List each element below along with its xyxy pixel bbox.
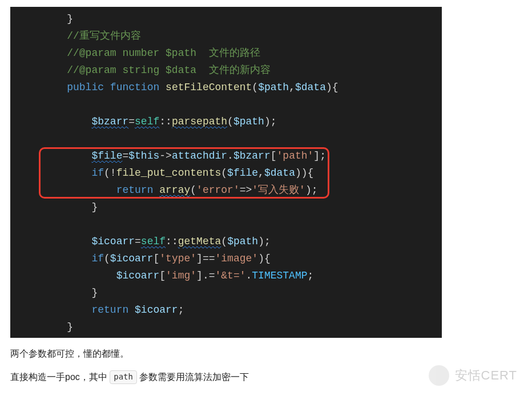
var-path: $path	[233, 116, 264, 127]
code-editor-panel: } //重写文件内容 //@param number $path 文件的路径 /…	[10, 7, 442, 338]
kw-public: public	[67, 82, 104, 93]
code-line: }	[42, 13, 73, 25]
fn-parsepath: parsepath	[172, 116, 227, 127]
var-icoarr: $icoarr	[110, 253, 154, 264]
p2-text-b: 参数需要用流算法加密一下	[137, 372, 249, 382]
code-comment: //@param number $path 文件的路径	[42, 47, 260, 59]
fn-fpc: file_put_contents	[116, 167, 221, 179]
highlight-box: $file=$this->attachdir.$bzarr['path']; i…	[42, 147, 326, 199]
str-type: 'type'	[159, 253, 196, 264]
kw-return: return	[116, 184, 154, 196]
code-comment: //@param string $data 文件的新内容	[42, 64, 271, 76]
var-icoarr: $icoarr	[116, 270, 160, 281]
var-bzarr: $bzarr	[233, 150, 271, 161]
inline-code-path: path	[110, 370, 137, 384]
kw-return: return	[91, 304, 128, 316]
fn-getmeta: getMeta	[178, 236, 221, 247]
var-bzarr: $bzarr	[91, 116, 128, 127]
var-file: $file	[91, 150, 122, 161]
str-image: 'image'	[215, 253, 259, 264]
str-path: 'path'	[277, 150, 314, 161]
var-path: $path	[258, 82, 289, 93]
code-block: } //重写文件内容 //@param number $path 文件的路径 /…	[10, 9, 442, 337]
paragraph-2: 直接构造一手poc，其中 path 参数需要用流算法加密一下	[10, 369, 522, 385]
str-error: 'error'	[196, 184, 240, 196]
article-body: 两个参数都可控，懂的都懂。 直接构造一手poc，其中 path 参数需要用流算法…	[10, 346, 522, 385]
str-img: 'img'	[166, 270, 196, 281]
var-this: $this	[128, 150, 159, 161]
var-file: $file	[227, 167, 258, 179]
var-icoarr: $icoarr	[91, 236, 135, 247]
kw-function: function	[110, 82, 159, 93]
var-icoarr: $icoarr	[135, 304, 178, 316]
const-timestamp: TIMESTAMP	[252, 270, 307, 281]
var-data: $data	[264, 167, 295, 179]
fn-name: setFileContent	[166, 82, 252, 93]
kw-if: if	[91, 167, 104, 179]
str-andt: '&t='	[215, 270, 245, 281]
kw-if: if	[91, 253, 104, 264]
paragraph-1: 两个参数都可控，懂的都懂。	[10, 346, 522, 361]
kw-self: self	[141, 236, 166, 247]
var-data: $data	[295, 82, 326, 93]
str-fail: '写入失败'	[252, 184, 305, 196]
p2-text-a: 直接构造一手poc，其中	[10, 372, 110, 382]
kw-self: self	[135, 116, 159, 127]
prop-attachdir: attachdir	[172, 150, 227, 161]
var-path: $path	[227, 236, 258, 247]
fn-array: array	[159, 184, 190, 196]
code-comment: //重写文件内容	[42, 30, 141, 42]
